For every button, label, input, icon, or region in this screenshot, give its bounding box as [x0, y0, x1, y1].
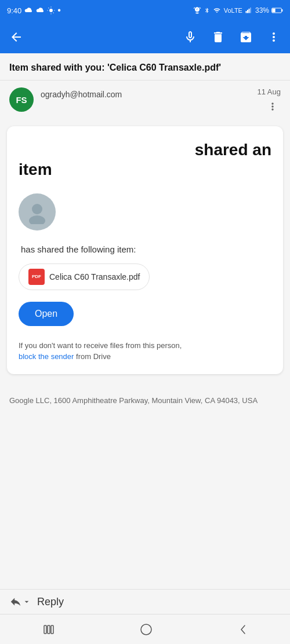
email-subject: Item shared with you: 'Celica C60 Transa… — [0, 53, 290, 80]
footer-text-end: from Drive — [76, 352, 111, 361]
dot-indicator: • — [57, 5, 61, 16]
reply-label[interactable]: Reply — [37, 596, 64, 608]
status-bar: 9:40 • VoLTE — [0, 0, 290, 21]
toolbar-actions — [181, 28, 283, 46]
recent-apps-icon — [42, 624, 56, 635]
sender-avatar: FS — [9, 87, 34, 112]
svg-line-3 — [49, 8, 49, 8]
more-vertical-email-icon — [267, 101, 278, 112]
file-name: Celica C60 Transaxle.pdf — [49, 272, 140, 281]
shared-text: has shared the following item: — [21, 244, 271, 254]
svg-rect-18 — [51, 625, 53, 634]
chevron-down-icon — [22, 597, 31, 606]
svg-rect-12 — [272, 9, 275, 13]
company-address-text: Google LLC, 1600 Amphitheatre Parkway, M… — [9, 396, 258, 405]
email-header-row: FS ogradyh@hotmail.com 11 Aug — [0, 80, 290, 122]
svg-rect-16 — [44, 625, 46, 634]
svg-point-14 — [32, 204, 42, 214]
card-title: shared an item — [19, 140, 271, 179]
svg-point-15 — [29, 215, 45, 224]
archive-button[interactable] — [237, 28, 255, 46]
email-meta: ogradyh@hotmail.com — [41, 87, 251, 99]
email-more-button[interactable] — [264, 98, 281, 115]
home-icon — [139, 623, 153, 636]
subject-text: Item shared with you: 'Celica C60 Transa… — [9, 63, 221, 72]
sender-email: ogradyh@hotmail.com — [41, 90, 251, 99]
reply-bar: Reply — [0, 589, 290, 614]
file-chip[interactable]: PDF Celica C60 Transaxle.pdf — [19, 264, 150, 290]
nav-bar — [0, 614, 290, 644]
status-indicators: VoLTE 33% — [193, 6, 283, 14]
recent-apps-button[interactable] — [39, 621, 58, 638]
time-display: 9:40 — [7, 6, 21, 15]
microphone-icon — [183, 30, 197, 44]
pdf-icon: PDF — [28, 269, 45, 285]
card-title-line1: shared an — [195, 141, 271, 159]
bluetooth-icon — [204, 6, 210, 14]
reply-arrow-icon — [9, 595, 22, 608]
email-body: shared an item has shared the following … — [0, 122, 290, 387]
avatar-initials: FS — [16, 95, 27, 105]
block-link-text: block the sender — [19, 352, 74, 361]
wifi-icon — [212, 7, 222, 14]
email-toolbar — [0, 21, 290, 53]
card-title-line2: item — [19, 160, 271, 180]
footer-text: If you don't want to receive files from … — [19, 340, 271, 363]
svg-point-0 — [49, 9, 53, 12]
back-nav-button[interactable] — [234, 620, 251, 639]
delete-button[interactable] — [209, 28, 227, 46]
home-button[interactable] — [137, 620, 155, 639]
microphone-button[interactable] — [181, 28, 200, 46]
more-vertical-icon — [267, 30, 281, 44]
status-time: 9:40 • — [7, 5, 61, 16]
email-date: 11 Aug — [258, 87, 281, 96]
signal-text: VoLTE — [224, 7, 242, 14]
archive-icon — [239, 30, 253, 44]
svg-rect-9 — [248, 9, 249, 13]
back-button[interactable] — [7, 28, 26, 46]
delete-icon — [211, 30, 225, 44]
battery-percent: 33% — [255, 6, 269, 14]
svg-rect-10 — [250, 8, 251, 13]
open-button[interactable]: Open — [19, 302, 74, 326]
svg-line-4 — [53, 13, 54, 13]
reply-arrows — [9, 595, 31, 608]
battery-icon — [271, 7, 283, 14]
svg-rect-8 — [247, 10, 248, 13]
profile-avatar — [19, 193, 56, 230]
card-profile — [19, 193, 271, 235]
back-icon — [9, 30, 23, 44]
svg-rect-7 — [245, 11, 246, 13]
cloud-icon — [24, 7, 33, 14]
alarm-icon — [193, 6, 202, 14]
company-address: Google LLC, 1600 Amphitheatre Parkway, M… — [0, 388, 290, 414]
more-options-button[interactable] — [264, 28, 283, 46]
back-nav-icon — [237, 623, 248, 636]
block-sender-link[interactable]: block the sender — [19, 352, 76, 361]
sun-icon — [47, 6, 55, 14]
footer-text-before: If you don't want to receive files from … — [19, 341, 182, 350]
svg-point-19 — [141, 624, 151, 635]
email-card: shared an item has shared the following … — [7, 126, 283, 374]
svg-rect-13 — [281, 9, 282, 12]
profile-avatar-icon — [25, 200, 49, 224]
email-date-area: 11 Aug — [258, 87, 281, 115]
open-button-label: Open — [35, 309, 57, 319]
cloud2-icon — [35, 7, 45, 14]
svg-rect-17 — [48, 625, 50, 634]
signal-bars-icon — [245, 7, 253, 14]
